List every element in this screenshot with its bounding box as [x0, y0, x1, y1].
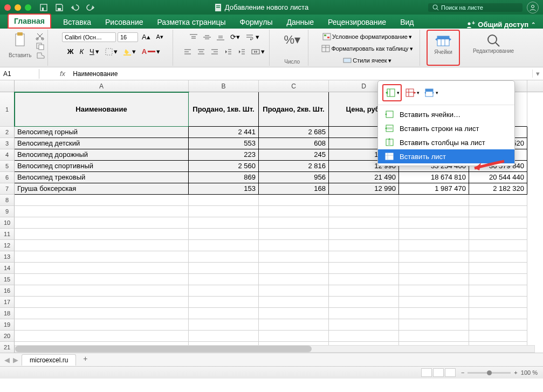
formula-bar-row: A1 fx Наименование ▾ — [0, 67, 543, 80]
search-icon — [432, 4, 439, 11]
svg-rect-5 — [216, 7, 220, 8]
underline-button[interactable]: Ч ▾ — [87, 45, 101, 58]
format-as-table-button[interactable]: Форматировать как таблицу ▾ — [319, 43, 415, 54]
sheet-tab[interactable]: microexcel.ru — [22, 354, 76, 366]
format-cells-toolbar-button[interactable]: ▾ — [422, 84, 439, 101]
search-input[interactable]: Поиск на листе — [428, 3, 523, 12]
increase-font-icon[interactable]: A▴ — [140, 31, 153, 43]
borders-icon[interactable]: ▾ — [103, 45, 120, 58]
sheet-nav-next-icon[interactable]: ▶ — [13, 356, 18, 364]
doc-icon — [215, 4, 222, 11]
orientation-icon[interactable]: ⟳▾ — [228, 31, 242, 43]
redo-icon[interactable] — [86, 3, 95, 12]
spreadsheet-grid: A B C D E F 1 Наименование Продано, 1кв.… — [0, 80, 543, 379]
sheet-tab-bar: ◀ ▶ microexcel.ru + — [0, 353, 543, 366]
format-painter-icon[interactable] — [36, 52, 45, 59]
share-button[interactable]: + Общий доступ ⌃ — [466, 20, 535, 29]
styles-group: Условное форматирование ▾ Форматировать … — [315, 30, 420, 66]
conditional-formatting-button[interactable]: Условное форматирование ▾ — [320, 31, 414, 43]
name-box[interactable]: A1 — [0, 69, 39, 79]
home-icon[interactable] — [39, 3, 48, 12]
align-top-icon[interactable] — [188, 31, 200, 43]
italic-button[interactable]: К — [77, 45, 86, 58]
cut-icon[interactable] — [36, 32, 45, 40]
cells-group: Ячейки — [427, 30, 460, 66]
undo-icon[interactable] — [71, 3, 79, 12]
editing-button[interactable]: Редактирование — [469, 31, 518, 56]
svg-line-57 — [496, 43, 499, 46]
popup-toolbar: ▾ ▾ ▾ — [378, 81, 514, 105]
percent-icon[interactable]: %▾ — [278, 31, 306, 49]
annotation-arrow-icon — [469, 159, 507, 175]
font-name-select[interactable] — [62, 32, 116, 42]
svg-text:+: + — [472, 20, 475, 26]
increase-indent-icon[interactable] — [236, 46, 248, 58]
tab-layout[interactable]: Разметка страницы — [155, 16, 228, 29]
page-break-view-icon[interactable] — [445, 368, 456, 377]
cells-button[interactable]: Ячейки — [430, 32, 457, 57]
minimize-window-icon[interactable] — [15, 4, 21, 11]
svg-rect-47 — [327, 37, 329, 38]
font-color-icon[interactable]: А▾ — [140, 45, 162, 58]
maximize-window-icon[interactable] — [25, 4, 31, 11]
paste-button[interactable]: Вставить — [6, 31, 33, 59]
cell-styles-button[interactable]: Стили ячеек ▾ — [341, 54, 393, 66]
tab-formulas[interactable]: Формулы — [238, 16, 275, 29]
tab-view[interactable]: Вид — [398, 16, 416, 29]
insert-cells-toolbar-button[interactable]: ▾ — [382, 84, 402, 101]
tab-draw[interactable]: Рисование — [103, 16, 146, 29]
tab-home[interactable]: Главная — [8, 13, 51, 29]
close-window-icon[interactable] — [4, 4, 11, 11]
tab-data[interactable]: Данные — [284, 16, 316, 29]
align-middle-icon[interactable] — [201, 31, 213, 43]
sheet-nav-prev-icon[interactable]: ◀ — [4, 356, 10, 364]
select-all-corner[interactable] — [0, 80, 15, 92]
expand-formula-bar-icon[interactable]: ▾ — [532, 70, 543, 78]
svg-rect-46 — [324, 35, 326, 36]
fill-color-icon[interactable]: ▾ — [121, 45, 138, 58]
col-header-b[interactable]: B — [189, 80, 259, 92]
copy-icon[interactable] — [36, 42, 45, 50]
page-layout-view-icon[interactable] — [433, 368, 444, 377]
svg-rect-11 — [16, 34, 24, 46]
merge-icon[interactable]: ▾ — [249, 45, 267, 58]
svg-rect-1 — [42, 8, 44, 11]
menu-insert-cells[interactable]: Вставить ячейки… — [378, 107, 514, 121]
align-left-icon[interactable] — [182, 46, 194, 58]
svg-rect-12 — [17, 32, 23, 36]
menu-insert-cols[interactable]: Вставить столбцы на лист — [378, 135, 514, 149]
delete-cells-toolbar-button[interactable]: ▾ — [403, 84, 421, 101]
align-center-icon[interactable] — [195, 46, 207, 58]
menu-insert-rows[interactable]: Вставить строки на лист — [378, 121, 514, 135]
cells-dropdown-popup: ▾ ▾ ▾ Вставить ячейки… Вставить строки н… — [377, 80, 515, 166]
zoom-in-icon[interactable]: + — [514, 369, 517, 376]
zoom-level[interactable]: 100 % — [521, 369, 538, 376]
align-bottom-icon[interactable] — [215, 31, 226, 43]
zoom-out-icon[interactable]: − — [461, 369, 464, 376]
svg-point-56 — [488, 35, 497, 44]
tab-insert[interactable]: Вставка — [61, 16, 93, 29]
add-sheet-button[interactable]: + — [79, 354, 91, 365]
tab-review[interactable]: Рецензирование — [326, 16, 388, 29]
col-header-c[interactable]: C — [259, 80, 329, 92]
horizontal-scrollbar[interactable] — [15, 345, 535, 353]
decrease-indent-icon[interactable] — [222, 46, 234, 58]
ribbon-tabs: Главная Вставка Рисование Разметка стран… — [0, 15, 543, 29]
status-bar: − + 100 % — [0, 366, 543, 379]
align-right-icon[interactable] — [209, 46, 221, 58]
svg-rect-16 — [39, 45, 44, 50]
zoom-control[interactable]: − + 100 % — [461, 369, 538, 376]
wrap-text-icon[interactable]: ▾ — [244, 31, 262, 43]
svg-point-8 — [532, 5, 534, 8]
svg-rect-60 — [406, 89, 414, 97]
font-size-select[interactable] — [118, 32, 138, 42]
save-icon[interactable] — [55, 3, 64, 12]
bold-button[interactable]: Ж — [65, 45, 76, 58]
formula-bar[interactable]: Наименование — [70, 69, 532, 79]
decrease-font-icon[interactable]: A▾ — [154, 31, 166, 43]
normal-view-icon[interactable] — [421, 368, 432, 377]
user-account-icon[interactable] — [527, 2, 539, 13]
font-group: A▴ A▾ Ж К Ч ▾ ▾ ▾ А▾ — [54, 30, 173, 66]
fx-icon[interactable]: fx — [56, 70, 70, 78]
col-header-a[interactable]: A — [15, 80, 189, 92]
